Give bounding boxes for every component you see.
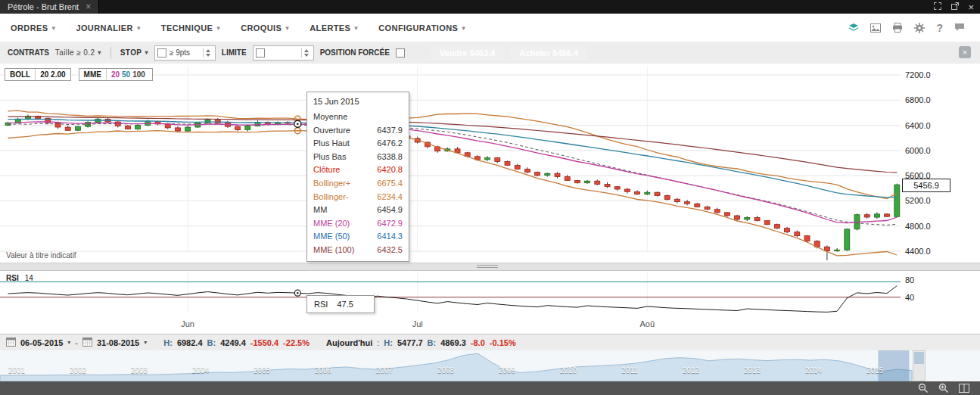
tooltip-row: MME (20)6472.9	[313, 217, 403, 231]
menu-item-ordres[interactable]: ORDRES▾	[11, 23, 55, 33]
limite-label: LIMITE	[222, 48, 247, 57]
navigator-year-label: 2011	[614, 366, 645, 375]
help-icon[interactable]: ?	[936, 22, 943, 34]
chevron-down-icon: ▾	[462, 24, 465, 32]
price-tag: 5456.9	[902, 179, 950, 192]
tooltip-row: Plus Haut6476.2	[313, 137, 403, 151]
tab-title: Pétrole - Brut Brent	[8, 2, 79, 11]
chart-tooltip: 15 Jun 2015 MoyenneOuverture6437.9Plus H…	[306, 92, 409, 262]
limite-checkbox[interactable]	[256, 48, 265, 58]
menu-bar: ORDRES▾JOURNALIER▾TECHNIQUE▾CROQUIS▾ALER…	[0, 14, 980, 42]
navigator-year-label: 2003	[124, 366, 154, 375]
bottom-bar	[0, 381, 980, 395]
menu-item-croquis[interactable]: CROQUIS▾	[241, 23, 289, 33]
timeline-navigator[interactable]: 2001200220032004200520062007200820092010…	[0, 350, 980, 381]
panes-icon[interactable]	[959, 384, 969, 393]
chevron-down-icon: ▾	[51, 24, 55, 32]
mme-param-100: 100	[132, 70, 148, 79]
date-from[interactable]: 06-05-2015	[20, 338, 63, 347]
image-icon[interactable]	[870, 23, 881, 33]
navigator-year-label: 2008	[431, 366, 461, 375]
stop-dropdown[interactable]: STOP ▾	[120, 48, 148, 57]
bollinger-legend[interactable]: BOLL 20 2.00	[5, 68, 71, 81]
period-low-value: 4249.4	[220, 338, 246, 347]
today-high-label: H:	[384, 338, 393, 347]
layers-icon[interactable]	[848, 23, 859, 33]
menu-item-configurations[interactable]: CONFIGURATIONS▾	[378, 23, 465, 33]
tab-close-icon[interactable]: ×	[86, 2, 91, 11]
window-controls: ×	[933, 2, 980, 13]
tooltip-row: Moyenne	[313, 110, 403, 124]
x-axis-label: Jul	[405, 319, 431, 328]
rsi-legend: RSI14	[6, 274, 33, 282]
zoom-in-icon[interactable]	[938, 383, 949, 393]
chevron-down-icon: ▾	[144, 339, 147, 346]
boll-label: BOLL	[5, 69, 35, 80]
boll-params: 20 2.00	[35, 69, 70, 80]
menu-item-label: CONFIGURATIONS	[378, 23, 458, 33]
menu-item-alertes[interactable]: ALERTES▾	[310, 23, 358, 33]
tooltip-row: Clôture6420.8	[313, 163, 403, 177]
close-panel-icon[interactable]: ×	[959, 46, 971, 58]
svg-text:4800.0: 4800.0	[905, 222, 931, 231]
chart-legend: BOLL 20 2.00 MME 2050100	[5, 68, 153, 81]
svg-text:40: 40	[905, 293, 914, 302]
rsi-chart[interactable]: 8040	[0, 271, 952, 316]
zoom-out-icon[interactable]	[918, 383, 929, 393]
calendar-icon[interactable]	[82, 337, 92, 348]
period-high-value: 6982.4	[177, 338, 203, 347]
rsi-tooltip: RSI 47.5	[306, 295, 375, 313]
taille-dropdown[interactable]: Taille ≥ 0.2 ▾	[55, 48, 101, 57]
period-change: -1550.4	[250, 338, 278, 347]
buy-button[interactable]: Acheter 5456.4	[510, 45, 587, 60]
stop-checkbox[interactable]	[157, 48, 166, 58]
scrollbar-thumb[interactable]	[914, 352, 924, 364]
expand-icon[interactable]	[933, 2, 942, 13]
navigator-scrollbar[interactable]	[913, 350, 926, 381]
rsi-panel[interactable]: 8040 RSI14	[0, 271, 980, 316]
print-icon[interactable]	[892, 23, 903, 33]
mme-legend[interactable]: MME 2050100	[79, 68, 153, 81]
panel-splitter[interactable]	[0, 263, 980, 271]
svg-text:4400.0: 4400.0	[905, 247, 931, 256]
menu-item-journalier[interactable]: JOURNALIER▾	[76, 23, 140, 33]
stop-spinner[interactable]	[203, 48, 213, 58]
chat-icon[interactable]	[954, 23, 965, 33]
today-change: -8.0	[471, 338, 485, 347]
date-to[interactable]: 31-08-2015	[97, 338, 139, 347]
tab-petrole-brut-brent[interactable]: Pétrole - Brut Brent ×	[0, 0, 99, 14]
splitter-grip-icon[interactable]	[477, 265, 498, 269]
menu-item-technique[interactable]: TECHNIQUE▾	[161, 23, 220, 33]
popout-icon[interactable]	[950, 2, 960, 13]
gear-icon[interactable]	[914, 23, 925, 33]
sell-button[interactable]: Vendre 5453.4	[431, 45, 504, 60]
chevron-down-icon: ▾	[67, 339, 70, 346]
tab-bar: Pétrole - Brut Brent × ×	[0, 0, 980, 14]
menu-item-label: JOURNALIER	[76, 23, 133, 33]
navigator-year-label: 2004	[185, 366, 216, 375]
tooltip-row: Plus Bas6338.8	[313, 151, 403, 164]
stop-value-input[interactable]: ≥ 9pts	[170, 48, 200, 57]
period-high-label: H:	[163, 338, 173, 347]
rsi-tooltip-value: 47.5	[337, 300, 353, 309]
chevron-down-icon: ▾	[285, 24, 289, 32]
navigator-year-label: 2002	[63, 366, 93, 375]
today-low-value: 4869.3	[440, 338, 466, 347]
tooltip-row: Bollinger-6234.4	[313, 191, 403, 204]
main-chart-panel[interactable]: 7200.06800.06400.06000.05600.05200.04800…	[0, 64, 980, 263]
menu-item-label: ORDRES	[11, 23, 48, 33]
close-icon[interactable]: ×	[968, 2, 974, 12]
navigator-year-label: 2014	[798, 366, 829, 375]
navigator-year-label: 2007	[369, 366, 400, 375]
candlestick-chart[interactable]: 7200.06800.06400.06000.05600.05200.04800…	[0, 64, 952, 263]
navigator-year-label: 2006	[308, 366, 338, 375]
today-change-pct: -0.15%	[490, 338, 516, 347]
position-forcee-checkbox[interactable]	[396, 48, 405, 58]
limite-spinner[interactable]	[301, 48, 311, 58]
tooltip-row: MME (50)6414.3	[313, 230, 403, 244]
svg-text:6000.0: 6000.0	[905, 146, 931, 155]
menu-item-label: CROQUIS	[241, 23, 282, 33]
navigator-year-label: 2010	[553, 366, 583, 375]
calendar-icon[interactable]	[6, 337, 16, 348]
y-axis-labels: 7200.06800.06400.06000.05600.05200.04800…	[905, 70, 931, 256]
